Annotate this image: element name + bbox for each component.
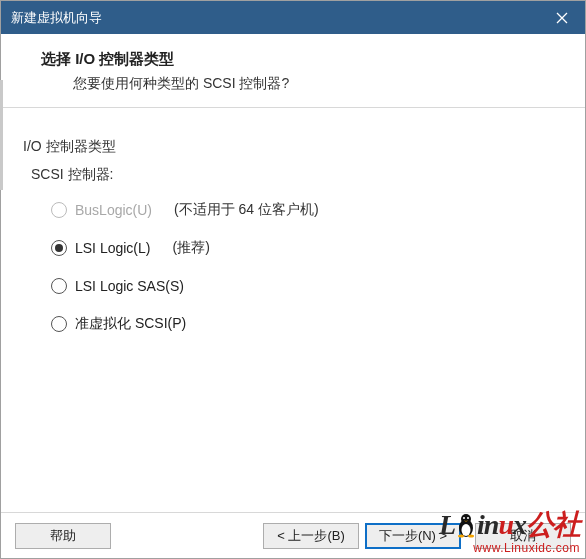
window-edge-shadow [0,80,3,190]
radio-lsisas[interactable] [51,278,67,294]
window-title: 新建虚拟机向导 [11,9,102,27]
content-area: I/O 控制器类型 SCSI 控制器: BusLogic(U) (不适用于 64… [1,108,585,512]
next-button[interactable]: 下一步(N) > [365,523,461,549]
header-subtitle: 您要使用何种类型的 SCSI 控制器? [73,75,565,93]
section-label: I/O 控制器类型 [23,138,563,156]
hint-buslogic: (不适用于 64 位客户机) [174,201,319,219]
header-panel: 选择 I/O 控制器类型 您要使用何种类型的 SCSI 控制器? [1,34,585,108]
titlebar: 新建虚拟机向导 [1,1,585,34]
help-button[interactable]: 帮助 [15,523,111,549]
group-label: SCSI 控制器: [31,166,563,184]
close-button[interactable] [539,1,585,34]
radio-label-buslogic: BusLogic(U) [75,202,152,218]
radio-pvscsi[interactable] [51,316,67,332]
back-button[interactable]: < 上一步(B) [263,523,359,549]
radio-option-lsilogic[interactable]: LSI Logic(L) (推荐) [51,238,563,258]
radio-option-lsisas[interactable]: LSI Logic SAS(S) [51,276,563,296]
radio-label-lsisas: LSI Logic SAS(S) [75,278,184,294]
radio-group-scsi: BusLogic(U) (不适用于 64 位客户机) LSI Logic(L) … [51,200,563,334]
wizard-window: 新建虚拟机向导 选择 I/O 控制器类型 您要使用何种类型的 SCSI 控制器?… [0,0,586,559]
hint-lsilogic: (推荐) [172,239,209,257]
header-title: 选择 I/O 控制器类型 [41,50,565,69]
radio-buslogic [51,202,67,218]
radio-option-pvscsi[interactable]: 准虚拟化 SCSI(P) [51,314,563,334]
cancel-button[interactable]: 取消 [475,523,571,549]
close-icon [556,12,568,24]
radio-label-pvscsi: 准虚拟化 SCSI(P) [75,315,186,333]
radio-label-lsilogic: LSI Logic(L) [75,240,150,256]
radio-option-buslogic: BusLogic(U) (不适用于 64 位客户机) [51,200,563,220]
button-bar: 帮助 < 上一步(B) 下一步(N) > 取消 [1,512,585,558]
radio-lsilogic[interactable] [51,240,67,256]
